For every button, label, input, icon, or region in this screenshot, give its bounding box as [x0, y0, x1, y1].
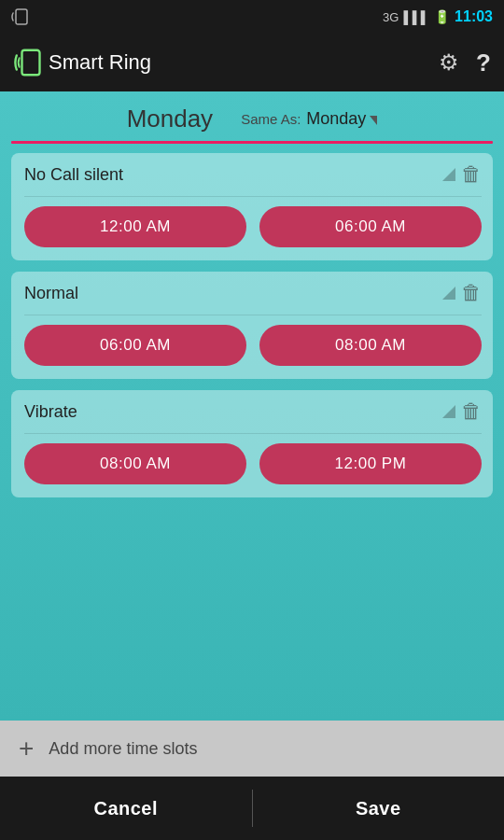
svg-rect-1 — [22, 50, 40, 76]
start-time-button[interactable]: 12:00 AM — [24, 206, 246, 247]
same-as-dropdown[interactable]: Monday — [301, 109, 377, 129]
delete-slot-icon[interactable]: 🗑 — [461, 281, 482, 305]
save-button[interactable]: Save — [253, 777, 505, 840]
card-header: Normal 🗑 — [24, 281, 482, 305]
day-divider — [11, 141, 493, 144]
app-logo-icon — [13, 45, 49, 80]
phone-ring-status-icon — [11, 7, 32, 27]
time-slot-card: No Call silent 🗑 12:00 AM 06:00 AM — [11, 153, 493, 260]
card-header-actions: 🗑 — [442, 399, 482, 424]
header-actions: ⚙ ? — [439, 49, 491, 77]
time-buttons: 08:00 AM 12:00 PM — [24, 443, 482, 484]
svg-rect-0 — [16, 9, 27, 24]
network-label: 3G — [383, 10, 399, 24]
settings-icon[interactable]: ⚙ — [439, 49, 459, 76]
end-time-button[interactable]: 12:00 PM — [259, 443, 482, 484]
delete-slot-icon[interactable]: 🗑 — [461, 399, 482, 424]
time-buttons: 12:00 AM 06:00 AM — [24, 206, 482, 247]
status-bar-left — [11, 7, 32, 27]
time-slot-card: Normal 🗑 06:00 AM 08:00 AM — [11, 272, 493, 379]
signal-bars-icon: ▌▌▌ — [403, 10, 429, 24]
time-slot-card: Vibrate 🗑 08:00 AM 12:00 PM — [11, 390, 493, 497]
day-name: Monday — [127, 105, 214, 133]
time-buttons: 06:00 AM 08:00 AM — [24, 325, 482, 366]
slot-label: No Call silent — [24, 165, 123, 185]
card-header-actions: 🗑 — [442, 281, 482, 305]
end-time-button[interactable]: 06:00 AM — [259, 206, 482, 247]
bottom-bar: Cancel Save — [0, 777, 504, 840]
time-slots-container: No Call silent 🗑 12:00 AM 06:00 AM Norma… — [11, 153, 493, 497]
end-time-button[interactable]: 08:00 AM — [259, 325, 482, 366]
status-bar: 3G ▌▌▌ 🔋 11:03 — [0, 0, 504, 34]
add-slot-bar[interactable]: + Add more time slots — [0, 721, 504, 777]
slot-label: Vibrate — [24, 402, 77, 422]
card-divider — [24, 196, 482, 197]
card-divider — [24, 433, 482, 434]
help-icon[interactable]: ? — [476, 49, 491, 77]
start-time-button[interactable]: 08:00 AM — [24, 443, 246, 484]
main-content: Monday Same As: Monday No Call silent 🗑 … — [0, 91, 504, 721]
status-icons: 3G ▌▌▌ 🔋 11:03 — [383, 8, 493, 25]
same-as-label: Same As: — [241, 111, 301, 127]
clock: 11:03 — [455, 8, 493, 25]
expand-triangle-icon[interactable] — [442, 168, 455, 181]
add-slot-label: Add more time slots — [49, 739, 197, 759]
plus-icon: + — [19, 735, 34, 762]
expand-triangle-icon[interactable] — [442, 287, 455, 300]
app-header: Smart Ring ⚙ ? — [0, 34, 504, 91]
app-title: Smart Ring — [49, 50, 439, 75]
battery-icon: 🔋 — [434, 9, 450, 24]
day-header: Monday Same As: Monday — [11, 91, 493, 133]
card-header-actions: 🗑 — [442, 162, 482, 187]
delete-slot-icon[interactable]: 🗑 — [461, 162, 482, 187]
expand-triangle-icon[interactable] — [442, 405, 455, 418]
dropdown-arrow-icon — [370, 116, 377, 125]
start-time-button[interactable]: 06:00 AM — [24, 325, 246, 366]
cancel-button[interactable]: Cancel — [0, 777, 252, 840]
card-header: Vibrate 🗑 — [24, 399, 482, 424]
card-divider — [24, 315, 482, 315]
same-as-value: Monday — [306, 109, 366, 129]
slot-label: Normal — [24, 284, 78, 303]
card-header: No Call silent 🗑 — [24, 162, 482, 187]
